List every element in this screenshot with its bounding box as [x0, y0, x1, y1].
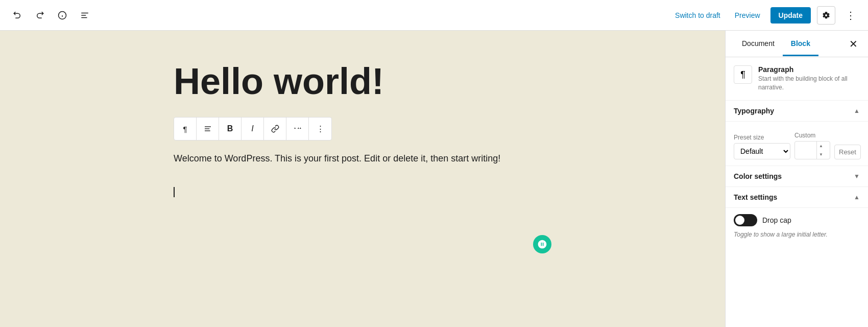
text-settings-chevron-up-icon: ▲: [854, 194, 860, 201]
reset-button[interactable]: Reset: [834, 145, 861, 159]
block-name: Paragraph: [758, 65, 860, 74]
spin-down-button[interactable]: ▼: [816, 150, 825, 159]
settings-button[interactable]: [817, 6, 835, 25]
custom-spinners: ▲ ▼: [816, 142, 825, 159]
block-toolbar: ¶ B I ⋮: [174, 117, 332, 141]
tabs-group: Document Block: [734, 32, 818, 56]
preset-size-select[interactable]: Default Small Medium Large Extra Large: [734, 143, 790, 159]
block-more-options-button[interactable]: ⋮: [309, 118, 331, 140]
italic-icon: I: [251, 124, 253, 133]
block-description: Start with the building block of all nar…: [758, 75, 860, 92]
color-settings-panel-header[interactable]: Color settings ▼: [726, 166, 868, 187]
block-info: ¶ Paragraph Start with the building bloc…: [726, 57, 868, 101]
sidebar-tabs: Document Block ✕: [726, 31, 868, 57]
svg-rect-8: [205, 131, 210, 131]
custom-size-input[interactable]: [795, 143, 816, 157]
text-cursor: [174, 187, 175, 197]
color-settings-chevron-down-icon: ▼: [854, 173, 860, 180]
editor-area[interactable]: Hello world! ¶ B I ⋮: [0, 31, 725, 327]
custom-label: Custom: [794, 132, 830, 139]
more-rich-options-button[interactable]: [286, 118, 309, 140]
svg-rect-6: [205, 127, 211, 127]
typography-panel-title: Typography: [734, 107, 774, 115]
main-area: Hello world! ¶ B I ⋮: [0, 31, 868, 327]
custom-wrap: Custom ▲ ▼: [794, 132, 830, 159]
bold-icon: B: [227, 124, 233, 133]
list-view-button[interactable]: [76, 6, 94, 25]
post-body[interactable]: Welcome to WordPress. This is your first…: [174, 151, 551, 167]
info-button[interactable]: [53, 6, 71, 25]
typography-panel-content: Preset size Default Small Medium Large E…: [726, 122, 868, 166]
update-button[interactable]: Update: [770, 7, 811, 24]
grammarly-button[interactable]: [533, 235, 551, 253]
cursor-area[interactable]: [174, 177, 551, 207]
preset-label: Preset size: [734, 134, 790, 141]
typography-chevron-up-icon: ▲: [854, 107, 860, 114]
toggle-track: [734, 214, 757, 226]
typography-panel-header[interactable]: Typography ▲: [726, 101, 868, 122]
text-settings-panel-title: Text settings: [734, 193, 777, 201]
toggle-thumb: [735, 216, 744, 225]
link-button[interactable]: [264, 118, 286, 140]
paragraph-style-button[interactable]: ¶: [174, 118, 197, 140]
align-text-button[interactable]: [197, 118, 219, 140]
tab-block[interactable]: Block: [783, 32, 818, 56]
bold-button[interactable]: B: [219, 118, 242, 140]
close-sidebar-button[interactable]: ✕: [847, 36, 860, 52]
preset-custom-row: Preset size Default Small Medium Large E…: [734, 132, 860, 159]
toolbar-right: Switch to draft Preview Update ⋮: [671, 6, 860, 25]
undo-button[interactable]: [8, 6, 27, 25]
more-options-button[interactable]: ⋮: [841, 6, 860, 25]
text-settings-content: Drop cap Toggle to show a large initial …: [726, 208, 868, 245]
tab-document[interactable]: Document: [734, 32, 783, 56]
color-settings-panel-title: Color settings: [734, 172, 782, 180]
drop-cap-toggle[interactable]: [734, 214, 757, 226]
text-settings-panel-header[interactable]: Text settings ▲: [726, 187, 868, 208]
svg-rect-7: [205, 129, 209, 129]
preset-wrap: Preset size Default Small Medium Large E…: [734, 134, 790, 159]
drop-cap-hint: Toggle to show a large initial letter.: [734, 230, 860, 239]
toolbar-left: [8, 6, 94, 25]
post-title[interactable]: Hello world!: [174, 61, 551, 102]
drop-cap-row: Drop cap: [734, 214, 860, 226]
block-icon: ¶: [734, 65, 752, 84]
drop-cap-label: Drop cap: [762, 216, 791, 224]
redo-button[interactable]: [31, 6, 49, 25]
italic-button[interactable]: I: [242, 118, 264, 140]
switch-draft-button[interactable]: Switch to draft: [671, 8, 725, 22]
preview-button[interactable]: Preview: [731, 8, 764, 22]
top-bar: Switch to draft Preview Update ⋮: [0, 0, 868, 31]
custom-input-wrap: ▲ ▼: [794, 141, 830, 159]
sidebar: Document Block ✕ ¶ Paragraph Start with …: [725, 31, 868, 327]
spin-up-button[interactable]: ▲: [816, 142, 825, 150]
block-info-text: Paragraph Start with the building block …: [758, 65, 860, 92]
editor-content: Hello world! ¶ B I ⋮: [174, 61, 551, 207]
